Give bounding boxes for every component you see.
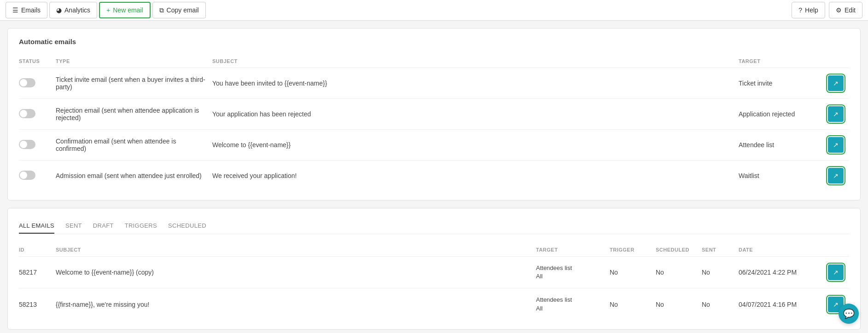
analytics-label: Analytics (64, 6, 90, 14)
external-link-icon: ↗ (833, 301, 839, 308)
table-row: Ticket invite email (sent when a buyer i… (19, 68, 849, 99)
copy-icon: ⧉ (159, 6, 164, 14)
id-header: ID (19, 243, 56, 257)
external-link-icon: ↗ (833, 141, 839, 149)
action-cell: ↗ (821, 161, 849, 191)
status-header: STATUS (19, 55, 56, 68)
target-cell: Attendees listAll (536, 288, 610, 320)
automatic-emails-header-row: STATUS TYPE SUBJECT TARGET (19, 55, 849, 68)
target-cell: Attendee list (739, 130, 821, 161)
table-row: 58213 {{first-name}}, we're missing you!… (19, 288, 849, 320)
action-cell: ↗ (821, 257, 849, 288)
external-link-button[interactable]: ↗ (828, 106, 844, 122)
copy-email-button[interactable]: ⧉ Copy email (152, 2, 206, 18)
email-list-tab[interactable]: ALL EMAILS (19, 218, 54, 234)
subject-cell: Welcome to {{event-name}} (copy) (56, 257, 536, 288)
table-row: Admission email (sent when attendee just… (19, 161, 849, 191)
date-cell: 04/07/2021 4:16 PM (739, 288, 821, 320)
table-row: Confirmation email (sent when attendee i… (19, 130, 849, 161)
analytics-icon: ◕ (56, 6, 62, 14)
email-list-tab[interactable]: TRIGGERS (125, 218, 157, 234)
external-link-icon: ↗ (833, 80, 839, 87)
toggle-switch[interactable] (19, 109, 35, 118)
external-link-button[interactable]: ↗ (828, 75, 844, 91)
sent-cell: No (702, 257, 739, 288)
top-navigation: ☰ Emails ◕ Analytics + New email ⧉ Copy … (0, 0, 868, 21)
table-row: 58217 Welcome to {{event-name}} (copy) A… (19, 257, 849, 288)
date-cell: 06/24/2021 4:22 PM (739, 257, 821, 288)
help-button[interactable]: ? Help (792, 2, 825, 18)
emails-tab-button[interactable]: ☰ Emails (6, 2, 47, 18)
external-link-icon: ↗ (833, 110, 839, 118)
type-cell: Admission email (sent when attendee just… (56, 161, 212, 191)
sent-cell: No (702, 288, 739, 320)
external-link-button[interactable]: ↗ (828, 137, 844, 153)
type-cell: Confirmation email (sent when attendee i… (56, 130, 212, 161)
id-cell: 58217 (19, 257, 56, 288)
subject-header: SUBJECT (212, 55, 739, 68)
help-label: Help (805, 6, 818, 14)
subject-cell: Your application has been rejected (212, 99, 739, 130)
external-link-icon: ↗ (833, 269, 839, 276)
edit-label: Edit (845, 6, 856, 14)
subject-cell: We received your application! (212, 161, 739, 191)
trigger-header: TRIGGER (610, 243, 656, 257)
main-content: Automatic emails STATUS TYPE SUBJECT TAR… (0, 21, 868, 333)
email-list-tabs: ALL EMAILSSENTDRAFTTRIGGERSSCHEDULED (19, 218, 849, 234)
email-list-tab[interactable]: DRAFT (93, 218, 114, 234)
target-cell: Application rejected (739, 99, 821, 130)
external-link-button[interactable]: ↗ (828, 264, 844, 280)
email-list-table: ID SUBJECT TARGET TRIGGER SCHEDULED SENT… (19, 243, 849, 320)
target-cell: Ticket invite (739, 68, 821, 99)
subject-cell: Welcome to {{event-name}} (212, 130, 739, 161)
toggle-cell (19, 130, 56, 161)
subject-cell: You have been invited to {{event-name}} (212, 68, 739, 99)
trigger-cell: No (610, 257, 656, 288)
target-cell: Waitlist (739, 161, 821, 191)
chat-bubble[interactable]: 💬 (839, 304, 859, 324)
target-cell: Attendees listAll (536, 257, 610, 288)
email-list-tab[interactable]: SCHEDULED (168, 218, 206, 234)
analytics-tab-button[interactable]: ◕ Analytics (49, 2, 97, 18)
email-target-header: TARGET (536, 243, 610, 257)
email-list-card: ALL EMAILSSENTDRAFTTRIGGERSSCHEDULED ID … (7, 208, 861, 330)
new-email-button[interactable]: + New email (99, 2, 151, 18)
action-header (821, 55, 849, 68)
email-list-header-row: ID SUBJECT TARGET TRIGGER SCHEDULED SENT… (19, 243, 849, 257)
email-action-header (821, 243, 849, 257)
emails-icon: ☰ (12, 6, 18, 14)
id-cell: 58213 (19, 288, 56, 320)
target-header: TARGET (739, 55, 821, 68)
scheduled-cell: No (656, 288, 702, 320)
plus-icon: + (106, 6, 110, 14)
automatic-emails-title: Automatic emails (19, 38, 849, 46)
type-cell: Rejection email (sent when attendee appl… (56, 99, 212, 130)
emails-label: Emails (21, 6, 41, 14)
toggle-switch[interactable] (19, 140, 35, 149)
scheduled-cell: No (656, 257, 702, 288)
automatic-emails-table: STATUS TYPE SUBJECT TARGET Ticket invite… (19, 55, 849, 191)
automatic-emails-card: Automatic emails STATUS TYPE SUBJECT TAR… (7, 28, 861, 201)
edit-button[interactable]: ⚙ Edit (829, 2, 862, 18)
external-link-button[interactable]: ↗ (828, 168, 844, 184)
toggle-switch[interactable] (19, 171, 35, 180)
chat-icon: 💬 (843, 308, 855, 319)
email-list-tab[interactable]: SENT (65, 218, 82, 234)
gear-icon: ⚙ (836, 6, 842, 14)
copy-email-label: Copy email (167, 6, 199, 14)
target-text: Attendees listAll (536, 264, 604, 281)
scheduled-header: SCHEDULED (656, 243, 702, 257)
date-header: DATE (739, 243, 821, 257)
help-icon: ? (798, 6, 802, 14)
trigger-cell: No (610, 288, 656, 320)
subject-cell: {{first-name}}, we're missing you! (56, 288, 536, 320)
sent-header: SENT (702, 243, 739, 257)
action-cell: ↗ (821, 99, 849, 130)
toggle-switch[interactable] (19, 78, 35, 87)
type-cell: Ticket invite email (sent when a buyer i… (56, 68, 212, 99)
external-link-icon: ↗ (833, 172, 839, 179)
toggle-cell (19, 99, 56, 130)
target-text: Attendees listAll (536, 296, 604, 312)
toggle-cell (19, 68, 56, 99)
top-right-actions: ? Help ⚙ Edit (792, 2, 862, 18)
